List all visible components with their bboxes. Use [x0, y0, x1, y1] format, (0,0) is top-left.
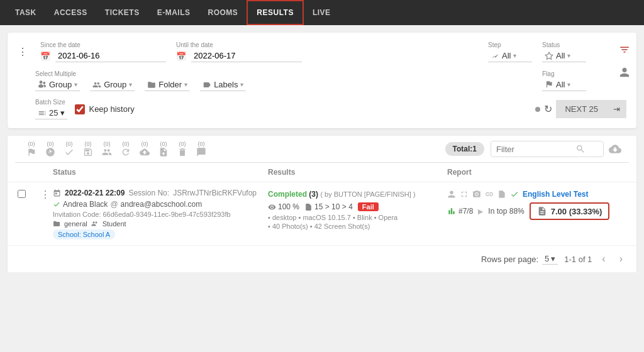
- filter-toggle-button[interactable]: [613, 41, 636, 60]
- pages-icon: [304, 203, 313, 211]
- total-badge: Total:1: [445, 142, 484, 156]
- labels-value: Labels: [214, 80, 238, 89]
- test-name[interactable]: English Level Test: [523, 190, 588, 199]
- completed-by: ( by BUTTON [PAGE/FINISH] ): [320, 190, 415, 198]
- status-group: Status All ▾: [542, 41, 586, 62]
- refresh-icon[interactable]: ↻: [544, 103, 552, 115]
- filter-input-box: [491, 141, 604, 157]
- row-checkbox[interactable]: [18, 190, 26, 198]
- status-label: Status: [542, 41, 586, 48]
- labels-select[interactable]: Labels ▾: [200, 79, 246, 91]
- results-block: Completed (3) ( by BUTTON [PAGE/FINISH] …: [268, 189, 447, 231]
- report-file-icon[interactable]: [497, 190, 506, 199]
- user-email: andrea@abcschool.com: [121, 200, 203, 209]
- prev-page-button[interactable]: ‹: [598, 252, 609, 266]
- person-icon-button[interactable]: [613, 64, 636, 82]
- folder-row-icon: [53, 220, 60, 228]
- report-person-icon[interactable]: [447, 190, 456, 199]
- tag-student: Student: [103, 220, 126, 228]
- user-name: Andrea Black: [63, 200, 108, 209]
- next-button[interactable]: NEXT 25: [556, 100, 607, 118]
- step-value: All: [502, 51, 511, 60]
- batch-select[interactable]: 25 ▾: [35, 107, 67, 119]
- report-link-icon[interactable]: [485, 190, 494, 199]
- session-label: Session No:: [128, 189, 169, 197]
- flag-toolbar-icon[interactable]: (0): [23, 138, 40, 160]
- calendar-icon-until: 📅: [176, 52, 186, 61]
- score-doc-icon: [537, 206, 547, 216]
- status-select[interactable]: All ▾: [542, 50, 586, 62]
- select-multiple-group: Select Multiple Group ▾: [35, 70, 80, 91]
- next-last-button[interactable]: ⇥: [607, 100, 626, 118]
- group-value: Group: [104, 80, 126, 89]
- session-id: JSRrwJTNrBicRKFVufop: [173, 189, 257, 197]
- row-action-menu[interactable]: ⋮: [40, 189, 53, 201]
- flag-chevron: ▾: [567, 81, 570, 88]
- keep-history-checkbox[interactable]: [75, 104, 85, 114]
- cloud-download-icon[interactable]: [609, 143, 621, 155]
- group-select[interactable]: Group ▾: [90, 79, 135, 91]
- fail-badge: Fail: [358, 202, 379, 211]
- header-report: Report: [447, 168, 626, 177]
- table-header: Status Results Report: [8, 163, 636, 182]
- tags-line: general Student: [53, 220, 268, 228]
- folder-select[interactable]: Folder ▾: [145, 79, 190, 91]
- upload-badge: (0): [142, 141, 148, 147]
- select-multiple-select[interactable]: Group ▾: [35, 79, 80, 91]
- block-badge: (0): [47, 141, 54, 147]
- filter-input[interactable]: [496, 145, 572, 154]
- until-date-input[interactable]: [191, 50, 302, 62]
- until-label: Until the date: [176, 41, 302, 48]
- next-page-button[interactable]: ›: [616, 252, 626, 266]
- bar-chart-icon: [447, 207, 456, 216]
- check-badge: (0): [66, 141, 73, 147]
- refresh-toolbar-icon[interactable]: (0): [117, 138, 135, 160]
- rows-select[interactable]: 5 ▾: [542, 253, 558, 265]
- nav-tickets[interactable]: TICKETS: [96, 0, 148, 25]
- comment-toolbar-icon[interactable]: (0): [192, 138, 210, 160]
- delete-toolbar-icon[interactable]: (0): [174, 138, 191, 160]
- rows-value: 5: [545, 254, 549, 263]
- step-select[interactable]: All ▾: [488, 50, 532, 62]
- rows-chevron: ▾: [551, 254, 555, 263]
- block-toolbar-icon[interactable]: (0): [42, 138, 59, 160]
- comment-badge: (0): [198, 141, 205, 147]
- intop-item: In top 88%: [488, 207, 524, 216]
- flag-group: Flag All ▾: [542, 70, 586, 91]
- export-toolbar-icon[interactable]: (0): [155, 138, 172, 160]
- select-multiple-chevron: ▾: [74, 81, 77, 88]
- batch-chevron: ▾: [60, 108, 65, 118]
- user-at-icon: @: [110, 200, 118, 209]
- rank-value: #7/8: [458, 207, 473, 216]
- completed-label: Completed: [268, 190, 307, 199]
- session-line: 2022-02-21 22:09 Session No: JSRrwJTNrBi…: [53, 189, 268, 197]
- school-tag-line: School: School A: [53, 229, 268, 239]
- top-nav: TASK ACCESS TICKETS E-MAILS ROOMS RESULT…: [0, 0, 644, 25]
- keep-history-group: Keep history: [75, 104, 134, 114]
- flag-select[interactable]: All ▾: [542, 79, 586, 91]
- group-toolbar-icon[interactable]: (0): [98, 138, 116, 160]
- check-toolbar-icon[interactable]: (0): [60, 138, 78, 160]
- save-toolbar-icon[interactable]: (0): [79, 138, 97, 160]
- report-camera-icon[interactable]: [472, 190, 481, 199]
- report-expand-icon[interactable]: [460, 190, 469, 199]
- svg-marker-0: [545, 52, 553, 59]
- tag-general: general: [64, 220, 87, 228]
- nav-results[interactable]: RESULTS: [247, 0, 304, 25]
- tech-line: • desktop • macOS 10.15.7 • Blink • Oper…: [268, 214, 447, 221]
- since-date-input[interactable]: [55, 50, 166, 62]
- nav-live[interactable]: LIVE: [304, 0, 340, 25]
- invite-line: Invitation Code: 66d6eda0-9349-11ec-9be9…: [53, 211, 268, 218]
- verified-icon: [53, 201, 60, 208]
- group-row-icon: [91, 220, 99, 228]
- nav-emails[interactable]: E-MAILS: [148, 0, 199, 25]
- row-checkbox-cell: [18, 189, 40, 198]
- flag-badge: (0): [28, 141, 35, 147]
- nav-task[interactable]: TASK: [6, 0, 45, 25]
- nav-access[interactable]: ACCESS: [45, 0, 96, 25]
- row-menu-icon[interactable]: ⋮: [18, 46, 28, 58]
- nav-rooms[interactable]: ROOMS: [199, 0, 247, 25]
- percent-stat: 100 %: [268, 202, 299, 211]
- upload-toolbar-icon[interactable]: (0): [136, 138, 153, 160]
- step-group: Step All ▾: [488, 41, 532, 62]
